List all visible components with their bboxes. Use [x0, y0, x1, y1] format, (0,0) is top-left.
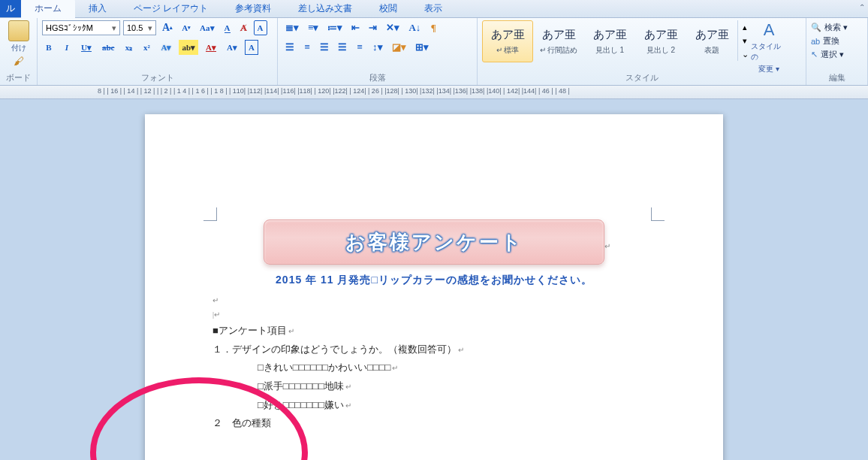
style-scroll-down[interactable]: ▾ — [738, 34, 752, 47]
indent-inc-button[interactable]: ⇥ — [366, 20, 380, 35]
q1-opt-c: □好き□□□□□□□嫌い — [212, 396, 656, 415]
group-edit: 🔍検索 ▾ ab置換 ↖選択 ▾ 編集 — [806, 18, 868, 85]
sort-button[interactable]: A↓ — [405, 20, 423, 35]
style-normal[interactable]: あア亜 ↵ 標準 — [482, 20, 533, 62]
ribbon-minimize-icon[interactable]: ⌃ — [859, 3, 865, 11]
page[interactable]: お客様アンケート 2015 年 11 月発売□リップカラーの感想をお聞かせくださ… — [145, 114, 723, 460]
style-nospacing[interactable]: あア亜 ↵ 行間詰め — [533, 20, 584, 62]
document-body[interactable]: ↵ |↵ ■アンケート項目 １．デザインの印象はどうでしょうか。（複数回答可） … — [212, 293, 656, 433]
borders-button[interactable]: ⊞▾ — [412, 40, 432, 55]
font-name-input[interactable]: HGSｺﾞｼｯｸM▾ — [42, 20, 120, 35]
line-spacing-button[interactable]: ↕▾ — [369, 40, 386, 55]
shading-button[interactable]: ◪▾ — [389, 40, 409, 55]
group-label-edit: 編集 — [806, 72, 867, 83]
tab-file[interactable]: ル — [0, 0, 21, 17]
group-label-font: フォント — [38, 72, 277, 83]
group-font: HGSｺﾞｼｯｸM▾ 10.5▾ A▴ A▾ Aa▾ A A̸ A B I U▾… — [38, 18, 278, 85]
bold-button[interactable]: B — [42, 40, 56, 55]
align-center-button[interactable]: ≡ — [300, 40, 314, 55]
cursor-line: |↵ — [212, 307, 656, 322]
change-case-button[interactable]: Aa▾ — [197, 20, 217, 35]
question-1: １．デザインの印象はどうでしょうか。（複数回答可） — [212, 340, 656, 359]
style-scroll-up[interactable]: ▴ — [738, 20, 752, 34]
group-label-para: 段落 — [278, 72, 477, 83]
style-heading1[interactable]: あア亜 見出し 1 — [584, 20, 635, 62]
title-shape[interactable]: お客様アンケート — [264, 219, 604, 265]
highlight-button[interactable]: ab▾ — [179, 40, 198, 55]
find-icon: 🔍 — [811, 23, 821, 32]
replace-button[interactable]: ab置換 — [811, 35, 863, 47]
justify-button[interactable]: ☰ — [335, 40, 350, 55]
paste-label: 付け — [11, 43, 26, 53]
clear-format-button[interactable]: A̸ — [237, 20, 251, 35]
tab-ref[interactable]: 参考資料 — [222, 0, 285, 18]
group-clipboard: 付け 🖌 ボード — [0, 18, 38, 85]
char-border-button[interactable]: A — [245, 40, 258, 55]
change-styles-button[interactable]: A スタイルの 変更 ▾ — [751, 20, 787, 74]
tab-layout[interactable]: ページ レイアウト — [120, 0, 222, 18]
style-heading2[interactable]: あア亜 見出し 2 — [635, 20, 686, 62]
align-left-button[interactable]: ☰ — [282, 40, 297, 55]
replace-icon: ab — [811, 37, 820, 46]
horizontal-ruler[interactable]: 8 | | 16 | | 14 | | 12 | | | 2 | | 1 4 |… — [0, 86, 868, 99]
style-expand[interactable]: ⌄ — [738, 47, 752, 61]
align-right-button[interactable]: ☰ — [317, 40, 332, 55]
grow-font-button[interactable]: A▴ — [159, 20, 176, 35]
margin-corner-tl — [203, 207, 217, 221]
indent-dec-button[interactable]: ⇤ — [348, 20, 363, 35]
subscript-button[interactable]: x₂ — [122, 40, 135, 55]
group-paragraph: ≣▾ ≡▾ ≔▾ ⇤ ⇥ ✕▾ A↓ ¶ ☰ ≡ ☰ ☰ ≡ ↕▾ ◪▾ ⊞▾ … — [278, 18, 478, 85]
find-button[interactable]: 🔍検索 ▾ — [811, 22, 863, 33]
question-2: ２ 色の種類 — [212, 414, 656, 433]
tab-review[interactable]: 校閲 — [366, 0, 411, 18]
group-styles: あア亜 ↵ 標準 あア亜 ↵ 行間詰め あア亜 見出し 1 あア亜 見出し 2 … — [478, 18, 806, 85]
shrink-font-button[interactable]: A▾ — [179, 20, 194, 35]
superscript-button[interactable]: x² — [140, 40, 153, 55]
format-painter-icon[interactable]: 🖌 — [14, 55, 24, 67]
text-effect-button[interactable]: A▾ — [158, 40, 174, 55]
style-title[interactable]: あア亜 表題 — [686, 20, 737, 62]
numbering-button[interactable]: ≡▾ — [305, 20, 321, 35]
select-button[interactable]: ↖選択 ▾ — [811, 49, 863, 60]
ruler-marks: 8 | | 16 | | 14 | | 12 | | | 2 | | 1 4 |… — [98, 87, 570, 95]
empty-para: ↵ — [212, 293, 656, 307]
multilevel-button[interactable]: ≔▾ — [324, 20, 345, 35]
phonetic-button[interactable]: A — [221, 20, 234, 35]
document-canvas[interactable]: お客様アンケート 2015 年 11 月発売□リップカラーの感想をお聞かせくださ… — [0, 99, 868, 460]
q1-opt-b: □派手□□□□□□□地味 — [212, 377, 656, 396]
tab-home[interactable]: ホーム — [21, 0, 75, 18]
font-color-button[interactable]: A▾ — [203, 40, 219, 55]
enclose-char-button[interactable]: A — [254, 20, 267, 35]
show-marks-button[interactable]: ¶ — [426, 20, 440, 35]
paste-icon[interactable] — [8, 20, 29, 41]
tab-mail[interactable]: 差し込み文書 — [285, 0, 366, 18]
q1-opt-a: □きれい□□□□□□かわいい□□□□ — [212, 359, 656, 377]
group-label-styles: スタイル — [478, 72, 806, 83]
tab-insert[interactable]: 挿入 — [75, 0, 120, 18]
distribute-button[interactable]: ≡ — [353, 40, 366, 55]
strike-button[interactable]: abc — [99, 40, 118, 55]
section-header: ■アンケート項目 — [212, 322, 656, 340]
title-text: お客様アンケート — [345, 229, 523, 256]
italic-button[interactable]: I — [60, 40, 74, 55]
tab-view[interactable]: 表示 — [411, 0, 456, 18]
select-icon: ↖ — [811, 50, 818, 59]
char-shade-button[interactable]: A▾ — [224, 40, 240, 55]
bullets-button[interactable]: ≣▾ — [282, 20, 302, 35]
group-label-clipboard: ボード — [0, 72, 37, 83]
underline-button[interactable]: U▾ — [78, 40, 95, 55]
margin-corner-tr — [651, 207, 665, 221]
subtitle-text: 2015 年 11 月発売□リップカラーの感想をお聞かせください。 — [212, 274, 656, 287]
text-dir-button[interactable]: ✕▾ — [383, 20, 402, 35]
font-size-input[interactable]: 10.5▾ — [123, 20, 156, 35]
